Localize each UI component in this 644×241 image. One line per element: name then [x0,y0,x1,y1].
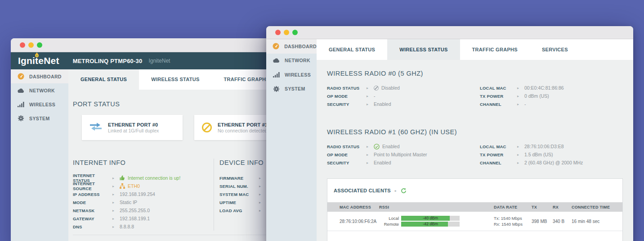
radio-row-tx-power: TX POWER 0 dBm (US) [480,92,623,100]
sidebar-item-system[interactable]: SYSTEM [266,82,317,96]
column-header: TX [532,205,553,209]
close-button[interactable] [20,42,25,48]
gear-icon [273,86,280,92]
rssi-remote-bar: -42 dBm [401,222,460,227]
info-value: 192.168.199.1 [120,216,150,221]
tab-wireless-status[interactable]: WIRELESS STATUS [387,39,460,60]
triangle-separator-icon [517,161,524,165]
sidebar-item-label: DASHBOARD [29,74,62,79]
gear-icon [17,115,24,122]
info-label: DNS [73,224,112,229]
radio-value: 0 dBm (US) [524,93,549,99]
radio-row-security: SECURITY Enabled [327,159,480,167]
info-value: ETH0 [120,183,140,189]
info-value: 255.255.255.0 [120,208,150,213]
thumbs-up-icon [120,175,125,181]
info-row-internet-source: INTERNET SOURCE ETH0 [73,182,214,190]
zoom-button[interactable] [37,42,42,48]
tab-general-status[interactable]: GENERAL STATUS [317,39,387,60]
triangle-separator-icon [517,102,524,106]
cloud-icon [17,88,24,93]
ethernet-link-arrows-icon [89,123,102,133]
flame-icon [35,52,39,58]
sidebar: DASHBOARD NETWORK WIRELESS [266,39,317,241]
sidebar-item-label: NETWORK [285,58,310,63]
refresh-icon[interactable] [401,188,407,194]
column-header: RX [553,205,572,209]
info-label: GATEWAY [73,216,112,221]
tab-traffic-graphs[interactable]: TRAFFIC GRAPHS [460,39,530,60]
front-window: DASHBOARD NETWORK WIRELESS [266,26,633,241]
sidebar-item-dashboard[interactable]: DASHBOARD [11,69,68,83]
radio-value: Point to Multipoint Master [374,152,427,157]
signal-bars-icon [273,72,280,77]
vendor-name: IgniteNet [148,58,170,64]
radio-row-opmode: OP MODE - [327,92,480,100]
triangle-separator-icon [367,94,374,98]
radio-value: 2 (60.48 GHz) @ 2000 MHz [524,160,583,165]
radio-value: - [374,93,376,99]
radio-value: Enabled [374,144,400,150]
tab-bar: GENERAL STATUS WIRELESS STATUS TRAFFIC G… [317,39,633,60]
radio-value: - [524,101,526,107]
sidebar-item-network[interactable]: NETWORK [11,83,68,97]
triangle-separator-icon [112,200,120,205]
triangle-separator-icon [367,161,374,165]
card-title: ETHERNET PORT #0 [108,122,159,128]
tab-general-status[interactable]: GENERAL STATUS [68,69,139,90]
triangle-separator-icon [259,192,266,196]
sidebar: DASHBOARD NETWORK WIRELESS [11,69,68,241]
client-data-rate: Tx: 1540 Mbps Rx: 1540 Mbps [494,215,532,227]
associated-clients-panel: ASSOCIATED CLIENTS MAC ADDRESS RSSI DATA… [327,178,623,241]
column-header: RSSI [379,205,494,209]
rssi-local-bar: -40 dBm [401,216,460,221]
signal-bars-icon [17,101,24,107]
wireless-status-content: WIRELESS RADIO #0 (5 GHZ) RADIO STATUS D… [317,60,633,241]
radio-value: Disabled [374,85,400,91]
column-header: CONNECTED TIME [572,205,616,209]
triangle-separator-icon [367,102,374,106]
triangle-separator-icon [259,209,266,213]
column-header: DATA RATE [494,205,532,209]
triangle-separator-icon [112,217,120,221]
info-label: SERIAL NUM. [219,184,259,189]
triangle-separator-icon [112,225,120,229]
info-value: Internet connection is up! [120,175,180,181]
zoom-button[interactable] [292,30,298,35]
radio-row-local-mac: LOCAL MAC 00:E0:4C:81:86:86 [480,84,623,92]
triangle-separator-icon [517,86,524,90]
close-button[interactable] [275,30,281,35]
radio-row-channel: CHANNEL - [480,100,623,108]
minimize-button[interactable] [28,42,34,48]
sidebar-item-label: DASHBOARD [284,44,317,49]
client-mac: 28:76:10:06:F6:2A [340,219,379,224]
ignitenet-logo: IgniteNet [18,55,59,66]
sidebar-item-dashboard[interactable]: DASHBOARD [266,39,317,54]
radio-label: TX POWER [480,94,517,99]
front-window-titlebar[interactable] [266,26,633,39]
internet-info-section: INTERNET INFO INTERNET STATUS Internet c… [73,159,214,231]
tab-services[interactable]: SERVICES [530,39,580,60]
radio-label: CHANNEL [480,102,517,107]
sidebar-item-system[interactable]: SYSTEM [11,111,68,125]
sidebar-item-wireless[interactable]: WIRELESS [266,68,317,82]
info-value: 8.8.8.8 [120,224,134,229]
ethernet-source-icon [120,183,125,189]
sidebar-item-label: WIRELESS [285,72,311,77]
minimize-button[interactable] [284,30,289,35]
triangle-separator-icon [367,145,374,149]
tab-wireless-status[interactable]: WIRELESS STATUS [139,69,211,90]
triangle-separator-icon [259,176,266,180]
radio-label: OP MODE [327,152,367,157]
disabled-circle-slash-icon [374,86,379,91]
radio-value: 28:76:10:06:D3:E8 [524,144,564,149]
client-rx: 340 B [553,219,572,224]
sidebar-item-network[interactable]: NETWORK [266,54,317,68]
triangle-separator-icon [259,200,266,205]
triangle-separator-icon [517,94,524,98]
sidebar-item-wireless[interactable]: WIRELESS [11,97,68,111]
radio-label: SECURITY [327,102,367,107]
info-row-mode: MODE Static IP [73,198,214,206]
info-row-netmask: NETMASK 255.255.255.0 [73,206,214,214]
radio-label: LOCAL MAC [480,86,517,91]
